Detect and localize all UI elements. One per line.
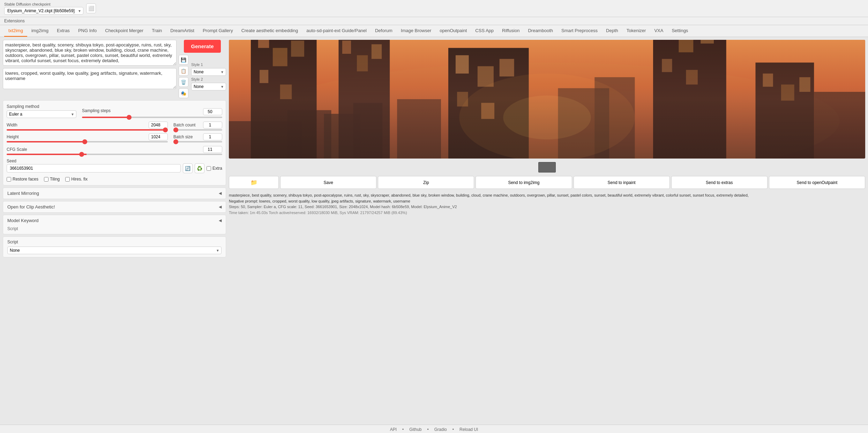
tab-extras[interactable]: Extras: [53, 25, 74, 37]
style1-select[interactable]: None: [191, 68, 226, 76]
tab-checkpoint-merger[interactable]: Checkpoint Merger: [101, 25, 148, 37]
style2-select[interactable]: None: [191, 83, 226, 90]
tab-train[interactable]: Train: [148, 25, 166, 37]
batch-count-label: Batch count: [173, 123, 195, 127]
tab-dreamartist[interactable]: DreamArtist: [166, 25, 199, 37]
send-to-img2img-btn[interactable]: Send to img2img: [476, 176, 572, 189]
latent-mirroring-header[interactable]: Latent Mirroring ◀: [3, 188, 226, 199]
checkpoint-copy-btn[interactable]: ⬜: [86, 3, 96, 13]
width-slider[interactable]: [7, 129, 168, 131]
style-icons-col: 💾 📋 🗑️ 🎭: [179, 55, 188, 98]
left-panel: masterpiece, best quality, scenery, shib…: [3, 40, 226, 422]
right-panel: 📁 Save Zip Send to img2img Send to inpai…: [226, 40, 865, 422]
hires-fix-label: Hires. fix: [71, 177, 88, 182]
tab-settings[interactable]: Settings: [667, 25, 692, 37]
extra-checkbox-item[interactable]: Extra: [207, 166, 222, 171]
save-style-btn[interactable]: 💾: [179, 55, 188, 65]
sampling-steps-input[interactable]: [203, 108, 222, 115]
batch-count-row: Batch count: [173, 122, 222, 131]
tab-css-app[interactable]: CSS App: [471, 25, 498, 37]
tab-auto-sd[interactable]: auto-sd-paint-ext Guide/Panel: [302, 25, 371, 37]
clip-aesthetic-arrow-icon: ◀: [219, 205, 222, 209]
negative-prompt-input[interactable]: lowres, cropped, worst quality, low qual…: [3, 68, 177, 89]
clip-aesthetic-section: Open for Clip Aesthetic! ◀: [3, 201, 226, 213]
tab-deforum[interactable]: Deforum: [371, 25, 397, 37]
batch-size-slider[interactable]: [173, 141, 222, 142]
script-select-wrapper[interactable]: None ▼: [7, 247, 222, 254]
hires-fix-checkbox[interactable]: [65, 177, 70, 182]
footer-sep3: •: [452, 427, 454, 432]
seed-label: Seed: [7, 159, 42, 163]
tab-image-browser[interactable]: Image Browser: [397, 25, 435, 37]
image-thumbnail[interactable]: [538, 162, 556, 173]
apply-style-btn[interactable]: 📋: [179, 66, 188, 76]
batch-size-row: Batch size: [173, 133, 222, 142]
clip-aesthetic-header[interactable]: Open for Clip Aesthetic! ◀: [3, 201, 226, 212]
save-btn[interactable]: Save: [280, 176, 376, 189]
restore-faces-label: Restore faces: [13, 177, 38, 182]
extra-checkbox[interactable]: [207, 166, 211, 171]
tab-prompt-gallery[interactable]: Prompt Gallery: [199, 25, 237, 37]
emoji-style-btn[interactable]: 🎭: [179, 88, 188, 98]
tab-riffusion[interactable]: Riffusion: [498, 25, 524, 37]
seed-input[interactable]: [7, 164, 181, 173]
action-buttons: 📁 Save Zip Send to img2img Send to inpai…: [229, 176, 865, 189]
sampling-method-select[interactable]: Euler aEulerLMSHeunDPM2DPM2 aDPM++ 2S aD…: [7, 110, 76, 118]
sampling-method-select-wrapper[interactable]: Euler aEulerLMSHeunDPM2DPM2 aDPM++ 2S aD…: [7, 110, 76, 118]
batch-count-slider[interactable]: [173, 129, 222, 131]
cfg-slider[interactable]: [7, 154, 222, 155]
sampling-steps-slider[interactable]: [82, 117, 222, 118]
send-to-openoutpaint-btn[interactable]: Send to openOutpaint: [769, 176, 865, 189]
tab-png-info[interactable]: PNG Info: [74, 25, 101, 37]
tiling-checkbox[interactable]: [44, 177, 48, 182]
thumbnail-row: [229, 161, 865, 174]
restore-faces-item[interactable]: Restore faces: [7, 177, 38, 182]
tab-smart-preprocess[interactable]: Smart Preprocess: [557, 25, 602, 37]
style2-label: Style 2: [191, 77, 226, 81]
tab-dreambooth[interactable]: Dreambooth: [524, 25, 557, 37]
restore-faces-checkbox[interactable]: [7, 177, 11, 182]
model-keyword-section: Model Keyword ◀ Script: [3, 215, 226, 234]
negative-prompt-container: lowres, cropped, worst quality, low qual…: [3, 68, 177, 90]
checkpoint-select-wrapper[interactable]: Elysium_Anime_V2.ckpt [6b508e59] ▼: [4, 7, 83, 15]
generate-button[interactable]: Generate: [184, 40, 220, 53]
tab-img2img[interactable]: img2img: [27, 25, 53, 37]
tiling-item[interactable]: Tiling: [44, 177, 60, 182]
tab-create-aesthetic[interactable]: Create aesthetic embedding: [237, 25, 302, 37]
sampling-row: Sampling method Euler aEulerLMSHeunDPM2D…: [7, 104, 222, 118]
gradio-link[interactable]: Gradio: [434, 427, 447, 432]
style1-select-wrapper[interactable]: None ▼: [191, 68, 226, 76]
api-link[interactable]: API: [390, 427, 397, 432]
recycle-icon: 🔄: [185, 166, 190, 171]
positive-prompt-input[interactable]: masterpiece, best quality, scenery, shib…: [3, 40, 177, 66]
clipboard-icon: ⬜: [88, 6, 94, 11]
reload-ui-link[interactable]: Reload UI: [459, 427, 478, 432]
style2-select-wrapper[interactable]: None ▼: [191, 83, 226, 90]
script-select[interactable]: None: [7, 247, 222, 254]
generated-image: [229, 40, 865, 159]
tab-openoutpaint[interactable]: openOutpaint: [435, 25, 471, 37]
send-to-extras-btn[interactable]: Send to extras: [671, 176, 768, 189]
tab-vxa[interactable]: VXA: [650, 25, 667, 37]
tab-depth[interactable]: Depth: [602, 25, 622, 37]
image-info-negative-text: lowres, cropped, worst quality, low qual…: [259, 199, 410, 203]
folder-btn[interactable]: 📁: [229, 176, 279, 189]
tab-txt2img[interactable]: txt2img: [4, 25, 27, 37]
extensions-label: Extensions: [4, 19, 25, 23]
seed-recycle-btn[interactable]: 🔄: [183, 163, 193, 173]
model-keyword-header[interactable]: Model Keyword ◀: [3, 215, 226, 226]
tab-tokenizer[interactable]: Tokenizer: [622, 25, 650, 37]
zip-btn[interactable]: Zip: [378, 176, 474, 189]
send-to-inpaint-btn[interactable]: Send to inpaint: [574, 176, 670, 189]
seed-row: Seed 🔄 ♻️ Extra: [7, 159, 222, 173]
svg-point-48: [503, 96, 591, 140]
hires-fix-item[interactable]: Hires. fix: [65, 177, 88, 182]
model-keyword-label: Model Keyword: [7, 218, 39, 223]
clipboard-style-icon: 📋: [181, 68, 186, 74]
height-slider[interactable]: [7, 141, 168, 142]
checkpoint-label: Stable Diffusion checkpoint: [4, 2, 83, 6]
checkpoint-select[interactable]: Elysium_Anime_V2.ckpt [6b508e59]: [4, 7, 83, 15]
github-link[interactable]: Github: [409, 427, 421, 432]
delete-style-btn[interactable]: 🗑️: [179, 77, 188, 87]
seed-new-btn[interactable]: ♻️: [195, 163, 204, 173]
